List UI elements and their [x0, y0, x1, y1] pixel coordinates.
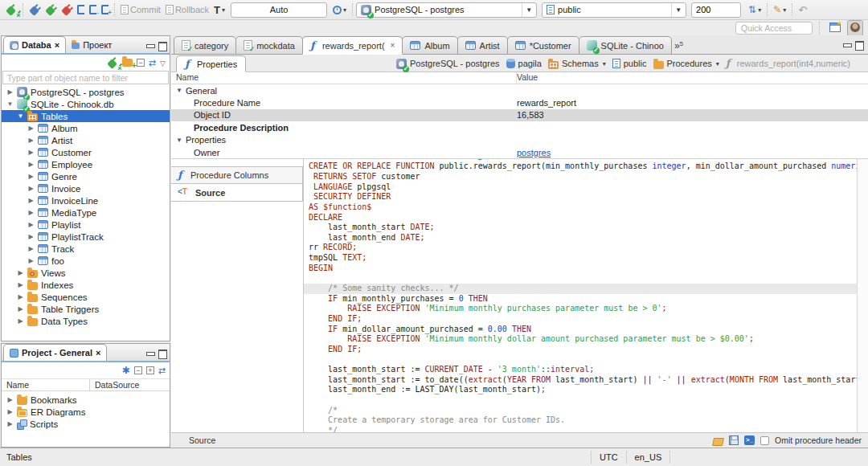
- tree-expand-icon[interactable]: ▶: [27, 185, 35, 192]
- collapse-all-icon[interactable]: −: [137, 59, 145, 67]
- project-item-bookmarks[interactable]: ▶Bookmarks: [2, 394, 170, 406]
- close-icon[interactable]: ×: [55, 40, 59, 50]
- sql-source-code[interactable]: CREATE OR REPLACE FUNCTION public.reward…: [309, 161, 857, 432]
- tree-expand-icon[interactable]: ▶: [6, 408, 14, 415]
- editor-tab-mockdata[interactable]: mockdata: [235, 36, 303, 55]
- maximize-panel-button[interactable]: [158, 42, 166, 50]
- maximize-panel-button[interactable]: [158, 350, 166, 358]
- connect-button[interactable]: [3, 4, 19, 16]
- sql-editor-button[interactable]: [75, 3, 87, 16]
- tree-item-postgresql-postgres[interactable]: ▶PostgreSQL - postgres: [2, 86, 170, 98]
- project-item-scripts[interactable]: ▶Scripts: [2, 418, 170, 430]
- minimize-panel-button[interactable]: [145, 350, 154, 358]
- new-connection-icon[interactable]: [107, 59, 117, 69]
- close-icon[interactable]: ×: [96, 348, 100, 358]
- breadcrumb-item-pagila[interactable]: pagila: [505, 59, 543, 68]
- new-sql-editor-button[interactable]: +: [99, 3, 111, 16]
- tree-item-album[interactable]: ▶Album: [2, 122, 170, 134]
- property-row-procedure-name[interactable]: Procedure Namerewards_report: [171, 96, 868, 108]
- tx-mode-combo[interactable]: Auto: [231, 2, 327, 18]
- tab-database-navigator[interactable]: Databa ×: [3, 36, 66, 53]
- tree-expand-icon[interactable]: ▼: [176, 137, 182, 144]
- source-editor[interactable]: ▲▼ CREATE OR REPLACE FUNCTION public.rew…: [304, 159, 868, 432]
- maximize-editor-button[interactable]: [854, 41, 863, 49]
- undo-button[interactable]: ↶: [796, 2, 809, 18]
- load-from-file-icon[interactable]: [712, 438, 724, 446]
- tree-expand-icon[interactable]: ▶: [27, 197, 35, 204]
- column-datasource[interactable]: DataSource: [89, 379, 170, 390]
- editor-tab-rewards-report-[interactable]: rewards_report(×: [302, 36, 403, 55]
- query-history-button[interactable]: ▾: [330, 4, 349, 16]
- omit-procedure-header-checkbox[interactable]: [760, 436, 769, 445]
- commit-button[interactable]: Commit: [118, 3, 163, 16]
- transaction-log-button[interactable]: T▾: [211, 2, 227, 18]
- editor-tab-album[interactable]: Album: [402, 36, 457, 55]
- subtab-source[interactable]: Source: [171, 184, 303, 202]
- tree-expand-icon[interactable]: ▼: [6, 100, 14, 108]
- tree-item-artist[interactable]: ▶Artist: [2, 134, 170, 146]
- property-row-procedure-description[interactable]: Procedure Description: [171, 121, 868, 133]
- tree-item-playlisttrack[interactable]: ▶PlaylistTrack: [2, 231, 170, 243]
- column-name[interactable]: Name: [2, 379, 34, 390]
- edit-button[interactable]: ✎▾: [771, 2, 788, 17]
- commit-mode-button[interactable]: [27, 4, 43, 16]
- dropdown-icon[interactable]: ▾: [603, 60, 606, 67]
- breadcrumb-item-schemas[interactable]: Schemas▾: [547, 59, 608, 69]
- gear-icon[interactable]: [122, 365, 130, 376]
- project-item-er-diagrams[interactable]: ▶ER Diagrams: [2, 406, 170, 418]
- tree-item-playlist[interactable]: ▶Playlist: [2, 219, 170, 231]
- tree-expand-icon[interactable]: ▶: [6, 396, 14, 403]
- save-to-file-icon[interactable]: [729, 435, 739, 445]
- tree-expand-icon[interactable]: ▶: [27, 173, 35, 180]
- breadcrumb-item-postgresql-postgres[interactable]: PostgreSQL - postgres: [395, 59, 501, 69]
- tree-item-sqlite-chinook-db[interactable]: ▼SQLite - Chinook.db: [2, 98, 170, 110]
- tree-expand-icon[interactable]: ▶: [27, 209, 35, 216]
- open-perspective-button[interactable]: [826, 20, 844, 36]
- tree-expand-icon[interactable]: ▶: [27, 161, 35, 168]
- refresh-button[interactable]: ⇅▾: [746, 2, 764, 17]
- breadcrumb-item-procedures[interactable]: Procedures▾: [652, 59, 721, 69]
- tree-item-table-triggers[interactable]: ▶Table Triggers: [2, 303, 170, 315]
- rollback-button[interactable]: Rollback: [163, 3, 211, 16]
- tree-item-mediatype[interactable]: ▶MediaType: [2, 206, 170, 219]
- tree-expand-icon[interactable]: ▶: [17, 317, 24, 325]
- connection-combo[interactable]: PostgreSQL - postgres ▼: [356, 2, 537, 18]
- tree-item-indexes[interactable]: ▶Indexes: [2, 279, 170, 291]
- property-row-general[interactable]: ▼General: [171, 84, 868, 96]
- tree-expand-icon[interactable]: ▶: [27, 221, 35, 228]
- tree-item-genre[interactable]: ▶Genre: [2, 170, 170, 182]
- tree-expand-icon[interactable]: ▶: [27, 125, 35, 132]
- vertical-scrollbar[interactable]: [857, 159, 868, 432]
- sql-console-button[interactable]: →: [87, 3, 99, 16]
- quick-access-input[interactable]: [735, 22, 813, 35]
- tab-overflow-indicator[interactable]: »5: [674, 40, 683, 51]
- tree-expand-icon[interactable]: ▶: [17, 269, 24, 276]
- collapse-all-icon[interactable]: −: [134, 366, 142, 374]
- minimize-panel-button[interactable]: [145, 42, 154, 50]
- editor-tab-sqlite-chinoo[interactable]: SQLite - Chinoo: [579, 36, 672, 55]
- status-locale[interactable]: en_US: [626, 451, 671, 463]
- minimize-editor-button[interactable]: [842, 41, 851, 49]
- new-folder-icon[interactable]: [122, 59, 133, 67]
- link-with-editor-icon[interactable]: [149, 58, 156, 68]
- expand-all-icon[interactable]: +: [146, 366, 154, 374]
- status-timezone[interactable]: UTC: [591, 451, 626, 463]
- tab-properties[interactable]: Properties: [176, 55, 246, 72]
- open-in-sql-console-icon[interactable]: [744, 435, 755, 445]
- tree-item-sequences[interactable]: ▶Sequences: [2, 291, 170, 303]
- tree-expand-icon[interactable]: ▶: [6, 88, 14, 96]
- tree-expand-icon[interactable]: ▶: [27, 233, 35, 240]
- dbeaver-perspective-button[interactable]: [847, 20, 863, 36]
- view-menu-icon[interactable]: [160, 58, 166, 67]
- subtab-procedure-columns[interactable]: Procedure Columns: [171, 166, 303, 184]
- tab-projects[interactable]: Проект: [66, 36, 117, 53]
- tree-expand-icon[interactable]: ▼: [176, 87, 182, 94]
- disconnect-button[interactable]: [59, 4, 75, 16]
- navigator-filter-input[interactable]: [2, 71, 169, 84]
- tree-expand-icon[interactable]: ▶: [17, 305, 24, 313]
- tree-item-customer[interactable]: ▶Customer: [2, 146, 170, 158]
- tree-item-track[interactable]: ▶Track: [2, 243, 170, 255]
- property-value[interactable]: postgres: [517, 148, 868, 157]
- tree-expand-icon[interactable]: ▶: [27, 257, 35, 264]
- tree-item-invoiceline[interactable]: ▶InvoiceLine: [2, 194, 170, 206]
